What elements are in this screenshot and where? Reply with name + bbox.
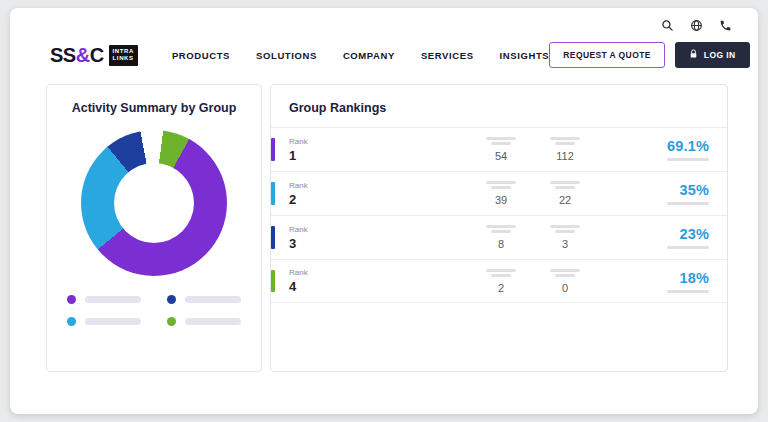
metric-label-placeholder xyxy=(491,274,511,277)
metric-value: 54 xyxy=(469,150,533,162)
metric-label-placeholder xyxy=(550,225,580,228)
rank-caption: Rank xyxy=(289,137,308,146)
logo[interactable]: SS&C INTRA LINKS xyxy=(50,44,138,67)
request-quote-button[interactable]: REQUEST A QUOTE xyxy=(549,42,665,68)
metric-column-1: 39 xyxy=(469,181,533,206)
percent-value: 69.1% xyxy=(597,138,709,154)
nav-item-insights[interactable]: INSIGHTS xyxy=(500,50,550,61)
percent-label-placeholder xyxy=(667,246,709,249)
main-nav: PRODUCTS SOLUTIONS COMPANY SERVICES INSI… xyxy=(172,50,549,61)
percent-label-placeholder xyxy=(667,290,709,293)
nav-item-services[interactable]: SERVICES xyxy=(421,50,474,61)
metric-label-placeholder xyxy=(555,274,575,277)
donut-hole xyxy=(114,163,194,243)
percent-label-placeholder xyxy=(667,202,709,205)
legend-dot xyxy=(67,317,76,326)
percent-label-placeholder xyxy=(667,158,709,161)
metric-label-placeholder xyxy=(491,230,511,233)
nav-item-products[interactable]: PRODUCTS xyxy=(172,50,230,61)
metric-column-2: 3 xyxy=(533,225,597,250)
utility-icons xyxy=(661,19,732,32)
rank-accent xyxy=(271,270,275,292)
legend-dot xyxy=(67,295,76,304)
group-rankings-title: Group Rankings xyxy=(271,85,727,127)
rank-number: 1 xyxy=(289,148,308,163)
rank-metrics: 54 112 69.1% xyxy=(469,137,711,162)
legend-label-placeholder xyxy=(85,318,141,325)
metric-label-placeholder xyxy=(486,269,516,272)
page-card: SS&C INTRA LINKS PRODUCTS SOLUTIONS COMP… xyxy=(10,8,758,414)
metric-label-placeholder xyxy=(491,186,511,189)
rank-row-4[interactable]: Rank 4 2 0 18% xyxy=(271,259,727,303)
activity-summary-title: Activity Summary by Group xyxy=(47,101,261,115)
percent-value: 23% xyxy=(597,226,709,242)
rank-info: Rank 1 xyxy=(289,137,308,163)
rank-caption: Rank xyxy=(289,181,308,190)
legend-label-placeholder xyxy=(85,296,141,303)
rank-number: 4 xyxy=(289,279,308,294)
metric-label-placeholder xyxy=(486,225,516,228)
login-button[interactable]: LOG IN xyxy=(675,42,750,68)
rank-number: 2 xyxy=(289,192,308,207)
legend-label-placeholder xyxy=(185,318,241,325)
dashboard-content: Activity Summary by Group xyxy=(10,68,758,372)
metric-value: 8 xyxy=(469,238,533,250)
header-actions: REQUEST A QUOTE LOG IN xyxy=(549,42,749,68)
rank-row-3[interactable]: Rank 3 8 3 23% xyxy=(271,215,727,259)
metric-label-placeholder xyxy=(555,230,575,233)
metric-column-1: 54 xyxy=(469,137,533,162)
rank-accent xyxy=(271,226,275,249)
legend-dot xyxy=(167,317,176,326)
rank-number: 3 xyxy=(289,236,308,251)
logo-intralinks-box: INTRA LINKS xyxy=(109,45,138,66)
rank-info: Rank 2 xyxy=(289,181,308,207)
globe-icon[interactable] xyxy=(690,19,703,32)
legend-item xyxy=(167,317,241,326)
metric-label-placeholder xyxy=(491,142,511,145)
metric-label-placeholder xyxy=(486,137,516,140)
metric-value: 2 xyxy=(469,282,533,294)
lock-icon xyxy=(689,49,698,61)
metric-column-2: 0 xyxy=(533,269,597,294)
legend-item xyxy=(167,295,241,304)
rank-info: Rank 4 xyxy=(289,268,308,294)
logo-ssc: SS&C xyxy=(50,44,104,67)
legend-dot xyxy=(167,295,176,304)
rank-accent xyxy=(271,138,275,161)
percent-column: 23% xyxy=(597,226,711,249)
rank-row-2[interactable]: Rank 2 39 22 35% xyxy=(271,171,727,215)
metric-value: 39 xyxy=(469,194,533,206)
rank-caption: Rank xyxy=(289,268,308,277)
header: SS&C INTRA LINKS PRODUCTS SOLUTIONS COMP… xyxy=(10,8,758,68)
metric-label-placeholder xyxy=(555,142,575,145)
percent-column: 18% xyxy=(597,270,711,293)
rank-metrics: 8 3 23% xyxy=(469,225,711,250)
metric-column-2: 22 xyxy=(533,181,597,206)
metric-value: 3 xyxy=(533,238,597,250)
metric-label-placeholder xyxy=(550,137,580,140)
percent-value: 18% xyxy=(597,270,709,286)
rank-row-1[interactable]: Rank 1 54 112 69.1% xyxy=(271,127,727,171)
rank-metrics: 2 0 18% xyxy=(469,269,711,294)
chart-legend xyxy=(47,295,261,326)
search-icon[interactable] xyxy=(661,19,674,32)
metric-label-placeholder xyxy=(550,181,580,184)
rank-caption: Rank xyxy=(289,225,308,234)
metric-value: 0 xyxy=(533,282,597,294)
legend-item xyxy=(67,317,141,326)
group-rankings-panel: Group Rankings Rank 1 54 11 xyxy=(270,84,728,372)
metric-value: 22 xyxy=(533,194,597,206)
percent-column: 69.1% xyxy=(597,138,711,161)
nav-item-company[interactable]: COMPANY xyxy=(343,50,395,61)
legend-label-placeholder xyxy=(185,296,241,303)
metric-column-1: 8 xyxy=(469,225,533,250)
percent-column: 35% xyxy=(597,182,711,205)
logo-ampersand: & xyxy=(76,44,90,66)
activity-summary-panel: Activity Summary by Group xyxy=(46,84,262,372)
metric-label-placeholder xyxy=(550,269,580,272)
nav-item-solutions[interactable]: SOLUTIONS xyxy=(256,50,317,61)
legend-item xyxy=(67,295,141,304)
metric-label-placeholder xyxy=(486,181,516,184)
phone-icon[interactable] xyxy=(719,19,732,32)
rank-metrics: 39 22 35% xyxy=(469,181,711,206)
